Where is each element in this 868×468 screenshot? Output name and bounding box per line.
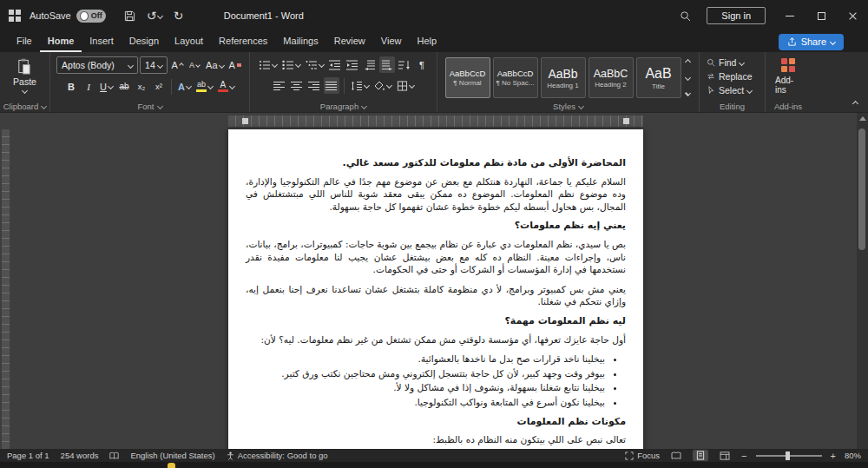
scrollbar-thumb[interactable] <box>858 129 865 250</box>
replace-button[interactable]: Replace <box>704 69 755 83</box>
multilevel-list-button[interactable] <box>304 56 326 73</box>
line-spacing-button[interactable] <box>349 77 371 94</box>
accessibility-status[interactable]: Accessibility: Good to go <box>227 451 328 460</box>
redo-button[interactable]: ↻ <box>168 5 189 26</box>
tab-review[interactable]: Review <box>326 32 373 52</box>
horizontal-ruler[interactable] <box>228 115 643 127</box>
style-sample: AaBbC <box>594 68 628 80</box>
indent-marker-left[interactable] <box>242 118 248 124</box>
undo-button[interactable]: ↺ <box>144 5 165 26</box>
word-count[interactable]: 254 words <box>61 451 99 460</box>
borders-button[interactable] <box>395 77 416 94</box>
taskbar-app-icon[interactable] <box>168 463 175 468</box>
style-normal[interactable]: AaBbCcD ¶ Normal <box>445 57 490 98</box>
styles-dialog-launcher-icon[interactable] <box>578 103 584 109</box>
font-color-icon: A <box>218 81 228 92</box>
align-center-button[interactable] <box>289 77 305 94</box>
tab-design[interactable]: Design <box>122 32 167 52</box>
tab-mailings[interactable]: Mailings <box>275 32 326 52</box>
highlight-color-button[interactable]: ab <box>194 78 214 95</box>
sort-button[interactable] <box>397 56 412 73</box>
web-layout-button[interactable] <box>717 450 733 461</box>
bold-button[interactable]: B <box>63 78 79 95</box>
styles-scroll-down-icon[interactable] <box>684 75 690 81</box>
bullet-list-button[interactable] <box>257 56 279 73</box>
decrease-indent-button[interactable] <box>327 56 343 73</box>
styles-more-icon[interactable] <box>684 90 690 96</box>
font-size-select[interactable]: 14 <box>140 56 168 74</box>
zoom-slider[interactable] <box>756 455 822 457</box>
underline-button[interactable]: U <box>98 78 115 95</box>
left-to-right-button[interactable] <box>362 56 378 73</box>
zoom-in-button[interactable]: + <box>831 452 836 460</box>
change-case-button[interactable]: Aa <box>204 57 225 74</box>
zoom-level[interactable]: 80% <box>845 451 861 460</box>
zoom-slider-thumb[interactable] <box>786 452 790 460</box>
align-left-button[interactable] <box>272 77 287 94</box>
read-mode-icon <box>671 452 681 460</box>
tab-home[interactable]: Home <box>40 32 82 52</box>
align-right-button[interactable] <box>306 77 322 94</box>
right-to-left-button[interactable] <box>379 56 395 73</box>
font-dialog-launcher-icon[interactable] <box>156 103 162 109</box>
print-layout-button[interactable] <box>693 450 708 461</box>
clipboard-group-footer: Clipboard <box>0 102 49 111</box>
autosave-state: Off <box>91 11 102 20</box>
style-heading-1[interactable]: AaBb Heading 1 <box>541 57 586 98</box>
shrink-font-button[interactable]: A <box>187 57 202 74</box>
tab-layout[interactable]: Layout <box>167 32 211 52</box>
vertical-scrollbar[interactable] <box>857 113 868 449</box>
tab-file[interactable]: File <box>9 32 40 52</box>
paragraph-dialog-launcher-icon[interactable] <box>361 103 367 109</box>
justify-button[interactable] <box>324 77 339 94</box>
grow-font-button[interactable]: A <box>169 57 185 74</box>
minimize-button[interactable] <box>774 0 806 31</box>
autosave-toggle[interactable]: Off <box>76 10 106 23</box>
font-color-button[interactable]: A <box>216 78 236 95</box>
clipboard-dialog-launcher-icon[interactable] <box>41 103 47 109</box>
tab-insert[interactable]: Insert <box>82 32 122 52</box>
save-button[interactable] <box>120 5 141 26</box>
zoom-out-button[interactable]: − <box>741 452 746 460</box>
style-heading-2[interactable]: AaBbC Heading 2 <box>589 57 634 98</box>
sign-in-button[interactable]: Sign in <box>707 7 766 24</box>
close-button[interactable] <box>837 0 868 31</box>
strikethrough-button[interactable]: ab <box>116 78 132 95</box>
paste-button[interactable]: Paste <box>4 56 45 96</box>
indent-marker-right[interactable] <box>623 118 629 124</box>
vertical-ruler[interactable] <box>2 129 10 449</box>
addins-group: Add-ins Add-ins <box>766 52 811 112</box>
superscript-button[interactable]: x² <box>151 78 167 95</box>
subscript-button[interactable]: x₂ <box>134 78 149 95</box>
text-effects-button[interactable]: A <box>176 78 193 95</box>
clear-formatting-button[interactable]: A <box>227 57 243 74</box>
shading-button[interactable] <box>372 77 393 94</box>
show-paragraph-marks-button[interactable]: ¶ <box>414 56 430 73</box>
search-button[interactable] <box>672 5 698 26</box>
share-button[interactable]: Share <box>779 34 844 50</box>
focus-mode-button[interactable]: Focus <box>625 451 660 460</box>
maximize-button[interactable] <box>806 0 837 31</box>
increase-indent-button[interactable] <box>345 56 360 73</box>
addins-button[interactable]: Add-ins <box>770 56 806 97</box>
numbered-list-button[interactable] <box>280 56 302 73</box>
tab-view[interactable]: View <box>373 32 410 52</box>
italic-button[interactable]: I <box>81 78 96 95</box>
autosave-control[interactable]: AutoSave Off <box>30 10 106 23</box>
scroll-up-icon[interactable] <box>859 116 866 121</box>
language-status[interactable]: English (United States) <box>130 451 214 460</box>
style-no-spacing[interactable]: AaBbCcD ¶ No Spac... <box>493 57 538 98</box>
font-name-select[interactable]: Aptos (Body) <box>56 56 138 74</box>
tab-references[interactable]: References <box>211 32 275 52</box>
style-title[interactable]: AaB Title <box>636 57 681 98</box>
tab-help[interactable]: Help <box>409 32 444 52</box>
document-page[interactable]: المحاضرة الأولى من مادة نظم معلومات للدك… <box>228 129 643 449</box>
collapse-ribbon-button[interactable] <box>847 97 863 109</box>
read-mode-button[interactable] <box>668 450 684 461</box>
page-count[interactable]: Page 1 of 1 <box>7 451 49 460</box>
find-button[interactable]: Find <box>704 56 746 69</box>
styles-scroll-up-icon[interactable] <box>684 59 690 65</box>
app-menu-icon[interactable] <box>9 10 21 22</box>
proofing-status[interactable] <box>109 452 119 460</box>
select-button[interactable]: Select <box>704 83 754 97</box>
